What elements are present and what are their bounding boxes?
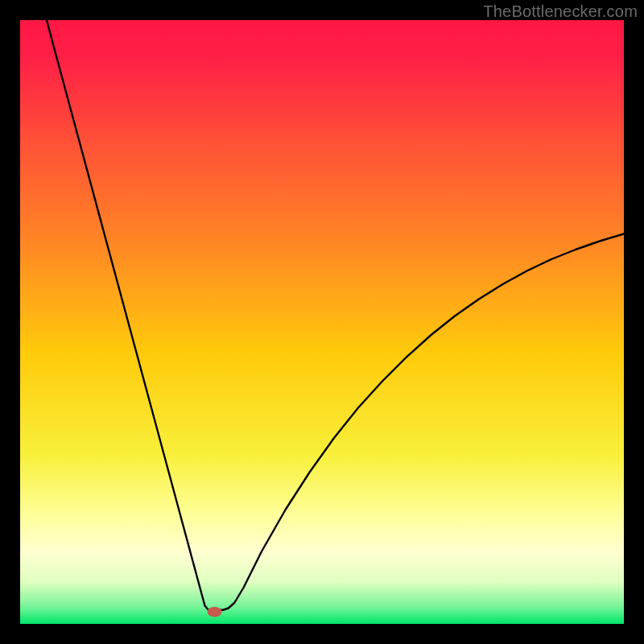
- chart-frame: TheBottlenecker.com: [0, 0, 644, 644]
- bottleneck-chart: [20, 20, 624, 624]
- marker-layer: [208, 607, 222, 617]
- watermark-text: TheBottlenecker.com: [483, 2, 638, 21]
- chart-background: [20, 20, 624, 624]
- optimal-point-marker: [208, 607, 222, 617]
